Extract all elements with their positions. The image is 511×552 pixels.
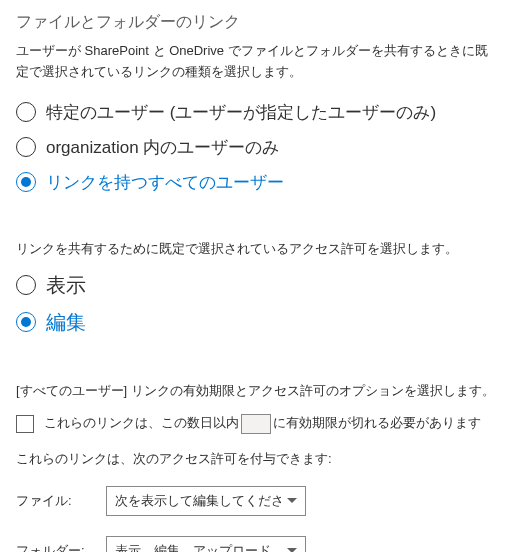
radio-icon — [16, 172, 36, 192]
radio-org-users[interactable]: organization 内のユーザーのみ — [16, 136, 495, 159]
permission-description: リンクを共有するために既定で選択されているアクセス許可を選択します。 — [16, 240, 495, 258]
radio-label: 編集 — [46, 309, 86, 336]
radio-label: 表示 — [46, 272, 86, 299]
radio-edit[interactable]: 編集 — [16, 309, 495, 336]
file-label: ファイル: — [16, 492, 106, 510]
permission-grant-description: これらのリンクは、次のアクセス許可を付与できます: — [16, 450, 495, 468]
radio-label: 特定のユーザー (ユーザーが指定したユーザーのみ) — [46, 101, 436, 124]
section-title: ファイルとフォルダーのリンク — [16, 12, 495, 33]
folder-permission-row: フォルダー: 表示、編集、アップロード — [16, 536, 495, 552]
radio-label: organization 内のユーザーのみ — [46, 136, 279, 159]
expiration-checkbox-row[interactable]: これらのリンクは、この数日以内に有効期限が切れる必要があります — [16, 414, 495, 434]
radio-label: リンクを持つすべてのユーザー — [46, 171, 284, 194]
folder-permission-dropdown[interactable]: 表示、編集、アップロード — [106, 536, 306, 552]
checkbox-label: これらのリンクは、この数日以内に有効期限が切れる必要があります — [44, 414, 481, 434]
expiration-label-before: これらのリンクは、この数日以内 — [44, 415, 239, 430]
section-description: ユーザーが SharePoint と OneDrive でファイルとフォルダーを… — [16, 41, 495, 83]
permission-radio-group: 表示 編集 — [16, 272, 495, 336]
expiration-label-after: に有効期限が切れる必要があります — [273, 415, 481, 430]
radio-icon — [16, 275, 36, 295]
radio-specific-users[interactable]: 特定のユーザー (ユーザーが指定したユーザーのみ) — [16, 101, 495, 124]
file-permission-row: ファイル: 次を表示して編集してください: — [16, 486, 495, 516]
dropdown-value: 次を表示して編集してください: — [115, 492, 281, 510]
file-permission-dropdown[interactable]: 次を表示して編集してください: — [106, 486, 306, 516]
checkbox-icon — [16, 415, 34, 433]
chevron-down-icon — [287, 498, 297, 503]
radio-icon — [16, 102, 36, 122]
anyone-options-description: [すべてのユーザー] リンクの有効期限とアクセス許可のオプションを選択します。 — [16, 382, 495, 400]
expiration-days-input[interactable] — [241, 414, 271, 434]
radio-icon — [16, 137, 36, 157]
radio-view[interactable]: 表示 — [16, 272, 495, 299]
dropdown-value: 表示、編集、アップロード — [115, 542, 271, 552]
radio-anyone-link[interactable]: リンクを持つすべてのユーザー — [16, 171, 495, 194]
folder-label: フォルダー: — [16, 542, 106, 552]
radio-icon — [16, 312, 36, 332]
chevron-down-icon — [287, 548, 297, 552]
link-type-radio-group: 特定のユーザー (ユーザーが指定したユーザーのみ) organization 内… — [16, 101, 495, 194]
